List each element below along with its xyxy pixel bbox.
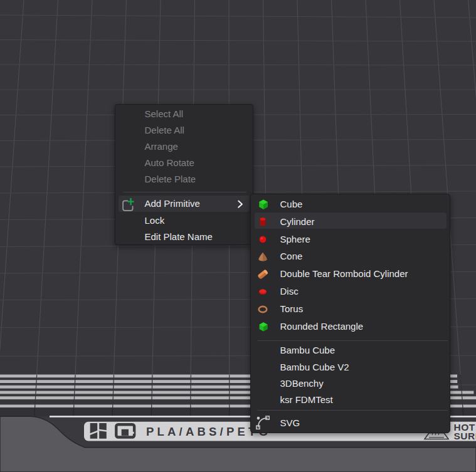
svg-text:SURFACE: SURFACE	[454, 431, 476, 441]
